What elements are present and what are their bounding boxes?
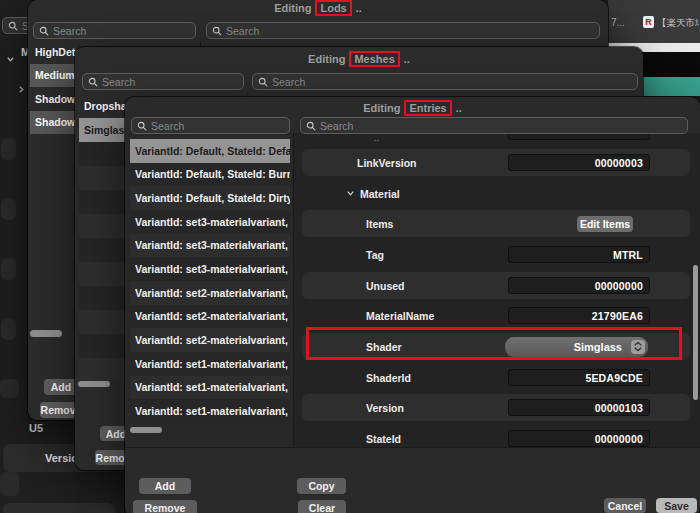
list-item: [1, 138, 16, 160]
entries-annotation-box: Entries: [404, 100, 451, 116]
lods-dialog-title: Editing Lods ..: [28, 0, 608, 16]
list-item: [1, 318, 16, 340]
list-item: [1, 258, 16, 280]
variant-list-item[interactable]: VariantId: set3-materialvariant, Stat: [130, 210, 290, 234]
copy-button[interactable]: Copy: [297, 478, 346, 494]
entries-dialog-title: Editing Entries ..: [125, 100, 700, 116]
search-icon: [258, 77, 268, 87]
favicon-letter: R: [645, 17, 652, 27]
title-suffix: ..: [356, 2, 362, 14]
edit-items-button[interactable]: Edit Items: [577, 216, 633, 232]
horizontal-scrollbar[interactable]: [130, 427, 162, 433]
unused-row: Unused 00000000: [302, 272, 690, 299]
search-icon: [8, 21, 18, 31]
meshes-right-search-field[interactable]: [252, 73, 638, 90]
field-partial: [508, 133, 650, 140]
variant-list-item[interactable]: VariantId: set2-materialvariant, Stat: [130, 328, 290, 352]
cancel-button[interactable]: Cancel: [604, 498, 646, 513]
browser-tab-title[interactable]: 【楽天市場: [657, 17, 699, 30]
variant-list-item[interactable]: VariantId: Default, StateId: Dirty, Dif: [130, 186, 290, 210]
variant-list-item[interactable]: VariantId: set3-materialvariant, Stat: [130, 234, 290, 258]
save-button[interactable]: Save: [656, 498, 697, 513]
entries-remove-button[interactable]: Remove: [133, 500, 197, 513]
entries-left-search-field[interactable]: [131, 117, 290, 134]
linkversion-label: LinkVersion: [302, 157, 417, 169]
horizontal-scrollbar[interactable]: [78, 381, 110, 387]
title-suffix: ..: [404, 53, 410, 65]
u5-label: U5: [29, 422, 43, 434]
shaderid-label: ShaderId: [302, 372, 411, 384]
screen: 7... R 【楽天市場 M U5 V: [0, 0, 700, 513]
search-icon: [88, 77, 98, 87]
items-row: Items Edit Items: [302, 210, 690, 237]
tag-field[interactable]: MTRL: [508, 246, 650, 263]
stateid-row: StateId 00000000: [302, 425, 690, 447]
material-section-row[interactable]: Material: [302, 180, 690, 207]
rakuten-favicon: R: [643, 16, 654, 28]
variant-list-item[interactable]: VariantId: set3-materialvariant, Stat: [130, 257, 290, 281]
entries-left-search-input[interactable]: [151, 120, 284, 132]
chevron-down-icon[interactable]: [6, 50, 15, 68]
entries-right-search-field[interactable]: [300, 117, 688, 134]
browser-tab-bar: 7... R 【楽天市場: [608, 0, 700, 43]
lods-right-search-field[interactable]: [206, 22, 600, 39]
unused-label: Unused: [302, 280, 405, 292]
title-prefix: Editing: [363, 102, 400, 114]
search-icon: [137, 121, 147, 131]
list-item: [1, 198, 16, 220]
stateid-field[interactable]: 00000000: [508, 430, 650, 447]
materialname-field[interactable]: 21790EA6: [508, 307, 650, 324]
variant-list-item[interactable]: VariantId: set2-materialvariant, Stat: [130, 281, 290, 305]
entries-right-search-input[interactable]: [320, 120, 682, 132]
clear-button[interactable]: Clear: [298, 500, 346, 513]
material-section-label: Material: [355, 188, 400, 200]
footer-divider: [125, 447, 700, 448]
tag-row: Tag MTRL: [302, 241, 690, 268]
entries-list: VariantId: Default, StateId: Default, D …: [130, 139, 290, 423]
clipped-row-text: ..: [374, 133, 379, 143]
linkversion-field[interactable]: 00000003: [508, 154, 650, 171]
variant-list-item[interactable]: VariantId: set1-materialvariant, State: [130, 352, 290, 376]
variant-list-item[interactable]: VariantId: set1-materialvariant, State: [130, 399, 290, 423]
materialname-label: MaterialName: [302, 310, 434, 322]
list-item: [0, 472, 19, 496]
vertical-scrollbar[interactable]: [693, 265, 698, 400]
lods-left-search-input[interactable]: [53, 25, 190, 37]
variant-list-item[interactable]: VariantId: set1-materialvariant, State: [130, 376, 290, 400]
title-prefix: Editing: [308, 53, 345, 65]
entries-add-button[interactable]: Add: [139, 478, 191, 494]
variant-list-item[interactable]: VariantId: Default, StateId: Default, D: [130, 139, 290, 163]
materialname-row: MaterialName 21790EA6: [302, 302, 690, 329]
linkversion-row: LinkVersion 00000003: [302, 149, 690, 176]
items-label: Items: [302, 218, 393, 230]
meshes-right-search-input[interactable]: [272, 76, 632, 88]
shaderid-row: ShaderId 5EDA9CDE: [302, 364, 690, 391]
lods-left-search-field[interactable]: [33, 22, 196, 39]
browser-tab-prefix: 7...: [611, 17, 625, 28]
variant-list-item[interactable]: VariantId: set2-materialvariant, Stat: [130, 305, 290, 329]
horizontal-scrollbar[interactable]: [30, 330, 62, 337]
lods-annotation-box: Lods: [315, 0, 351, 16]
lods-right-search-input[interactable]: [226, 25, 594, 37]
meshes-left-search-input[interactable]: [102, 76, 238, 88]
unused-field[interactable]: 00000000: [508, 277, 650, 294]
version-field[interactable]: 00000103: [508, 399, 650, 416]
version-row: Version 00000103: [302, 394, 690, 421]
search-icon: [212, 26, 222, 36]
meshes-annotation-box: Meshes: [349, 51, 399, 67]
entries-list-panel: VariantId: Default, StateId: Default, D …: [125, 133, 293, 447]
shaderid-field[interactable]: 5EDA9CDE: [508, 369, 650, 386]
lods-add-button[interactable]: Add: [44, 379, 78, 395]
entries-dialog: Editing Entries .. VariantId: Default, S…: [125, 97, 700, 513]
tag-label: Tag: [302, 249, 384, 261]
chevron-down-icon[interactable]: [302, 189, 355, 198]
chevron-right-icon[interactable]: [17, 80, 26, 98]
search-icon: [306, 121, 316, 131]
title-prefix: Editing: [274, 2, 311, 14]
version-label: Version: [302, 402, 404, 414]
title-suffix: ..: [456, 102, 462, 114]
entries-form-panel: .. LinkVersion 00000003 Material Items E…: [294, 133, 700, 447]
meshes-left-search-field[interactable]: [82, 73, 244, 90]
variant-list-item[interactable]: VariantId: Default, StateId: Burnt, Di: [130, 163, 290, 187]
search-icon: [39, 26, 49, 36]
